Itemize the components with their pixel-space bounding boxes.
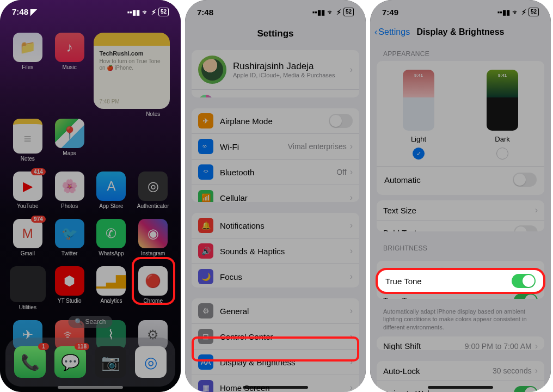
row-cellular[interactable]: 📶Cellular› — [192, 185, 359, 202]
chevron-right-icon: › — [535, 341, 538, 350]
app-twitter[interactable]: 🐦Twitter — [52, 219, 87, 256]
app-label: WhatsApp — [99, 250, 124, 256]
dock: 📞1 💬118 📷 ◎ — [5, 338, 175, 387]
app-notes[interactable]: ≡Notes — [10, 119, 45, 162]
app-instagram[interactable]: ◉Instagram — [136, 219, 170, 256]
row-label: Cellular — [220, 193, 350, 202]
notes-widget[interactable]: TechRushi.com How to turn on True Tone o… — [94, 33, 170, 109]
row-auto-lock[interactable]: Auto-Lock30 seconds› — [377, 361, 544, 381]
dock-phone[interactable]: 📞1 — [14, 346, 46, 378]
toggle-bold[interactable] — [514, 225, 538, 231]
app-maps[interactable]: 📍Maps — [52, 119, 87, 162]
row-general[interactable]: ⚙General› — [192, 298, 359, 324]
app-photos[interactable]: 🌸Photos — [52, 171, 87, 209]
radio-dark[interactable] — [496, 148, 508, 160]
app-analytics[interactable]: ▁▃▇Analytics — [94, 266, 128, 310]
row-value: 30 seconds — [493, 366, 532, 375]
status-bar: 7:48 ◤ ▪▪▮▮ ᯤ ⚡︎ 52 — [0, 0, 181, 24]
spotlight-search[interactable]: 🔍 Search — [68, 316, 112, 328]
toggle-automatic[interactable] — [513, 173, 537, 187]
mode-dark[interactable]: 9:41 Dark — [487, 70, 518, 160]
moon-icon: 🌙 — [198, 269, 213, 284]
home-indicator[interactable] — [428, 386, 493, 389]
row-focus[interactable]: 🌙Focus› — [192, 264, 359, 287]
appearance-card: 9:41 Light ✓ 9:41 Dark Automatic — [377, 61, 544, 195]
toggle-airplane[interactable] — [329, 114, 353, 128]
wifi-icon: ᯤ — [512, 8, 519, 16]
row-bluetooth[interactable]: ⌔BluetoothOff› — [192, 160, 359, 185]
mode-light[interactable]: 9:41 Light ✓ — [403, 70, 434, 160]
row-control-center[interactable]: ⊟Control Center› — [192, 324, 359, 350]
row-notifications[interactable]: 🔔Notifications› — [192, 213, 359, 238]
brightness-slider[interactable]: ☼ ☀ — [384, 267, 537, 283]
display-brightness-screen[interactable]: 7:49 ▪▪▮▮ ᯤ ⚡︎ 52 ‹Settings Display & Br… — [370, 0, 551, 392]
signal-icon: ▪▪▮▮ — [497, 8, 510, 16]
app-appstore[interactable]: AApp Store — [94, 171, 128, 209]
true-tone-description: Automatically adapt iPhone display based… — [370, 304, 551, 331]
row-wifi[interactable]: ᯤWi-FiVimal enterprises› — [192, 134, 359, 160]
toggle-true-tone[interactable] — [514, 293, 538, 299]
profile-sub: Apple ID, iCloud+, Media & Purchases — [233, 72, 350, 78]
badge: 1 — [38, 343, 49, 350]
sun-large-icon: ☀ — [528, 269, 537, 281]
preview-dark: 9:41 — [487, 70, 518, 131]
radio-light[interactable]: ✓ — [413, 148, 425, 160]
home-indicator[interactable] — [243, 386, 308, 389]
dock-messages[interactable]: 💬118 — [54, 346, 86, 378]
row-night-shift[interactable]: Night Shift9:00 PM to 7:00 AM› — [377, 336, 544, 350]
row-true-tone[interactable]: True Tone — [377, 288, 544, 299]
row-sounds[interactable]: 🔊Sounds & Haptics› — [192, 238, 359, 264]
slider-thumb[interactable] — [435, 268, 448, 281]
app-ytstudio[interactable]: ⬢YT Studio — [52, 266, 87, 310]
sun-small-icon: ☼ — [384, 271, 391, 279]
row-label: Wi-Fi — [220, 142, 288, 151]
home-indicator[interactable] — [58, 386, 123, 389]
app-youtube[interactable]: ▶414YouTube — [10, 171, 45, 209]
dock-camera[interactable]: 📷 — [95, 346, 126, 378]
row-display-brightness[interactable]: AADisplay & Brightness› — [192, 350, 359, 375]
toggle-raise[interactable] — [514, 386, 538, 392]
app-authenticator[interactable]: ◎Authenticator — [136, 171, 170, 209]
row-family[interactable]: Family › — [192, 90, 359, 97]
avatar — [198, 56, 226, 84]
panel-display-brightness: 7:49 ▪▪▮▮ ᯤ ⚡︎ 52 ‹Settings Display & Br… — [370, 0, 551, 392]
row-bold-text[interactable]: Bold Text — [377, 220, 544, 231]
row-label: Automatic — [384, 175, 421, 185]
app-whatsapp[interactable]: ✆WhatsApp — [94, 219, 128, 256]
switches-icon: ⊟ — [198, 329, 213, 344]
row-label: Auto-Lock — [383, 366, 493, 376]
app-chrome[interactable]: 🔴Chrome — [136, 266, 170, 310]
nav-title: Settings — [185, 24, 366, 45]
chevron-right-icon: › — [350, 246, 353, 256]
row-apple-id[interactable]: Rushirajsinh Jadeja Apple ID, iCloud+, M… — [192, 50, 359, 90]
airplane-icon: ✈ — [198, 113, 213, 128]
back-button[interactable]: ‹Settings — [374, 27, 410, 37]
app-gmail[interactable]: M974Gmail — [10, 219, 45, 256]
app-label: Maps — [63, 150, 76, 156]
row-label: Control Center — [220, 332, 350, 341]
app-files[interactable]: 📁Files — [10, 33, 45, 109]
family-icon — [198, 95, 213, 97]
panel-home-screen: 7:48 ◤ ▪▪▮▮ ᯤ ⚡︎ 52 📁Files ♪Music TechRu… — [0, 0, 181, 392]
chevron-right-icon: › — [350, 383, 353, 392]
slider-track[interactable] — [396, 274, 524, 275]
signal-icon: ▪▪▮▮ — [127, 8, 140, 16]
status-right: ▪▪▮▮ ᯤ ⚡︎ 52 — [497, 8, 539, 16]
chevron-right-icon: › — [350, 193, 353, 202]
row-home-screen[interactable]: ▦Home Screen› — [192, 375, 359, 392]
app-utilities[interactable]: Utilities — [10, 266, 45, 310]
row-airplane[interactable]: ✈Airplane Mode — [192, 108, 359, 134]
settings-screen[interactable]: 7:48 ▪▪▮▮ ᯤ ⚡︎ 52 Settings Rushirajsinh … — [185, 0, 366, 392]
row-text-size[interactable]: Text Size› — [377, 200, 544, 220]
row-automatic[interactable]: Automatic — [377, 166, 544, 193]
wifi-icon: ᯤ — [327, 8, 334, 16]
dock-safari[interactable]: ◎ — [135, 346, 167, 378]
preview-time: 9:41 — [403, 73, 434, 78]
app-label: Authenticator — [137, 203, 169, 209]
chevron-right-icon: › — [350, 220, 353, 230]
chevron-right-icon: › — [350, 306, 353, 316]
battery-icon: ⚡︎ — [336, 8, 341, 16]
chevron-right-icon: › — [350, 272, 353, 281]
signal-icon: ▪▪▮▮ — [312, 8, 325, 16]
app-music[interactable]: ♪Music — [52, 33, 87, 109]
